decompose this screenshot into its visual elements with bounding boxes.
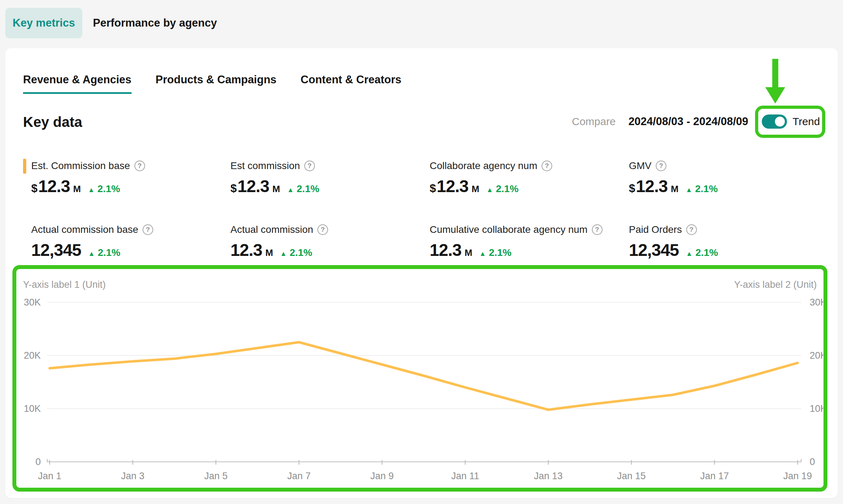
svg-text:Jan 13: Jan 13 bbox=[534, 471, 562, 481]
help-icon[interactable]: ? bbox=[656, 161, 666, 171]
value-unit: M bbox=[671, 184, 678, 195]
currency-symbol: $ bbox=[231, 182, 237, 195]
delta-badge: ▲ 2.1% bbox=[479, 247, 512, 258]
card-tab-bar: Revenue & Agencies Products & Campaigns … bbox=[23, 73, 401, 94]
metric-est-commission[interactable]: Est commission ? $ 12.3 M ▲ 2.1% bbox=[222, 159, 422, 223]
delta-up-icon: ▲ bbox=[486, 186, 493, 194]
metric-value: 12.3 bbox=[430, 240, 461, 260]
svg-text:30K: 30K bbox=[810, 297, 823, 308]
svg-text:20K: 20K bbox=[24, 350, 41, 361]
help-icon[interactable]: ? bbox=[542, 161, 552, 171]
svg-text:Jan 11: Jan 11 bbox=[451, 471, 479, 481]
tab-key-metrics[interactable]: Key metrics bbox=[5, 8, 82, 38]
metric-value: 12.3 bbox=[238, 177, 269, 196]
value-unit: M bbox=[272, 184, 280, 195]
metric-label: Est commission bbox=[231, 160, 300, 172]
value-unit: M bbox=[73, 184, 81, 195]
date-range-picker[interactable]: 2024/08/03 - 2024/08/09 bbox=[628, 115, 748, 128]
selected-metric-indicator bbox=[23, 159, 26, 174]
metric-label: Actual commission bbox=[231, 224, 313, 236]
currency-symbol: $ bbox=[629, 182, 635, 195]
metric-label: Cumulative collaborate agency num bbox=[430, 224, 588, 236]
trend-chart: 0010K10K20K20K30K30KJan 1Jan 3Jan 5Jan 7… bbox=[17, 269, 823, 487]
currency-symbol: $ bbox=[31, 182, 38, 195]
trend-control: Trend bbox=[762, 114, 820, 129]
svg-text:Jan 3: Jan 3 bbox=[121, 471, 144, 481]
help-icon[interactable]: ? bbox=[304, 161, 315, 171]
svg-text:10K: 10K bbox=[24, 403, 41, 414]
metric-est-commission-base[interactable]: Est. Commission base ? $ 12.3 M ▲ 2.1% bbox=[23, 159, 222, 223]
svg-text:0: 0 bbox=[35, 457, 41, 467]
svg-text:Jan 1: Jan 1 bbox=[38, 471, 61, 481]
dashboard-page: Key metrics Performance by agency Revenu… bbox=[0, 0, 843, 504]
help-icon[interactable]: ? bbox=[134, 161, 145, 171]
tab-performance-by-agency[interactable]: Performance by agency bbox=[93, 8, 217, 38]
trend-toggle[interactable] bbox=[762, 114, 787, 129]
svg-text:Jan 15: Jan 15 bbox=[617, 471, 646, 481]
metric-value: 12.3 bbox=[231, 240, 262, 260]
svg-text:Jan 7: Jan 7 bbox=[287, 471, 311, 481]
delta-badge: ▲ 2.1% bbox=[686, 247, 718, 258]
toggle-knob-icon bbox=[773, 115, 786, 128]
delta-up-icon: ▲ bbox=[88, 250, 95, 258]
svg-text:30K: 30K bbox=[24, 297, 41, 308]
svg-text:20K: 20K bbox=[810, 350, 823, 361]
metric-label: Collaborate agency num bbox=[430, 160, 538, 172]
delta-badge: ▲ 2.1% bbox=[486, 183, 518, 195]
currency-symbol: $ bbox=[430, 182, 436, 195]
delta-badge: ▲ 2.1% bbox=[686, 183, 718, 195]
metric-label: GMV bbox=[629, 160, 651, 172]
delta-badge: ▲ 2.1% bbox=[88, 183, 120, 195]
metric-value: 12,345 bbox=[629, 240, 679, 260]
help-icon[interactable]: ? bbox=[686, 224, 697, 235]
tab-content-creators[interactable]: Content & Creators bbox=[301, 73, 401, 94]
svg-text:Jan 19: Jan 19 bbox=[783, 471, 812, 481]
value-unit: M bbox=[465, 247, 472, 258]
metric-collaborate-agency-num[interactable]: Collaborate agency num ? $ 12.3 M ▲ 2.1% bbox=[422, 159, 621, 223]
compare-button[interactable]: Compare bbox=[572, 116, 615, 128]
value-unit: M bbox=[472, 184, 479, 195]
delta-up-icon: ▲ bbox=[479, 250, 486, 258]
delta-up-icon: ▲ bbox=[88, 186, 95, 194]
metric-label: Paid Orders bbox=[629, 224, 682, 236]
section-title-key-data: Key data bbox=[23, 113, 82, 130]
help-icon[interactable]: ? bbox=[317, 224, 328, 235]
svg-text:Y-axis label 1 (Unit): Y-axis label 1 (Unit) bbox=[23, 279, 106, 290]
delta-up-icon: ▲ bbox=[287, 186, 294, 194]
tab-revenue-agencies[interactable]: Revenue & Agencies bbox=[23, 73, 132, 94]
metrics-grid: Est. Commission base ? $ 12.3 M ▲ 2.1% E… bbox=[23, 159, 820, 287]
svg-text:10K: 10K bbox=[810, 403, 823, 414]
svg-text:Y-axis label 2 (Unit): Y-axis label 2 (Unit) bbox=[734, 279, 817, 290]
delta-badge: ▲ 2.1% bbox=[88, 247, 121, 258]
delta-badge: ▲ 2.1% bbox=[287, 183, 320, 195]
metric-value: 12.3 bbox=[636, 177, 667, 196]
help-icon[interactable]: ? bbox=[143, 224, 153, 235]
keydata-controls: Compare 2024/08/03 - 2024/08/09 Trend bbox=[572, 111, 820, 132]
svg-text:Jan 17: Jan 17 bbox=[700, 471, 729, 481]
metric-label: Est. Commission base bbox=[31, 160, 130, 172]
tab-products-campaigns[interactable]: Products & Campaigns bbox=[156, 73, 277, 94]
metric-gmv[interactable]: GMV ? $ 12.3 M ▲ 2.1% bbox=[621, 159, 820, 223]
svg-text:0: 0 bbox=[810, 457, 815, 467]
value-unit: M bbox=[265, 247, 273, 258]
metric-value: 12.3 bbox=[437, 177, 468, 196]
trend-toggle-label: Trend bbox=[793, 116, 820, 128]
metric-label: Actual commission base bbox=[31, 224, 138, 236]
svg-text:Jan 5: Jan 5 bbox=[204, 471, 228, 481]
delta-up-icon: ▲ bbox=[280, 250, 287, 258]
svg-text:Jan 9: Jan 9 bbox=[370, 471, 394, 481]
delta-up-icon: ▲ bbox=[686, 186, 692, 194]
metric-value: 12,345 bbox=[31, 240, 81, 260]
delta-badge: ▲ 2.1% bbox=[280, 247, 312, 258]
delta-up-icon: ▲ bbox=[686, 250, 693, 258]
metric-value: 12.3 bbox=[38, 177, 70, 196]
help-icon[interactable]: ? bbox=[592, 224, 603, 235]
